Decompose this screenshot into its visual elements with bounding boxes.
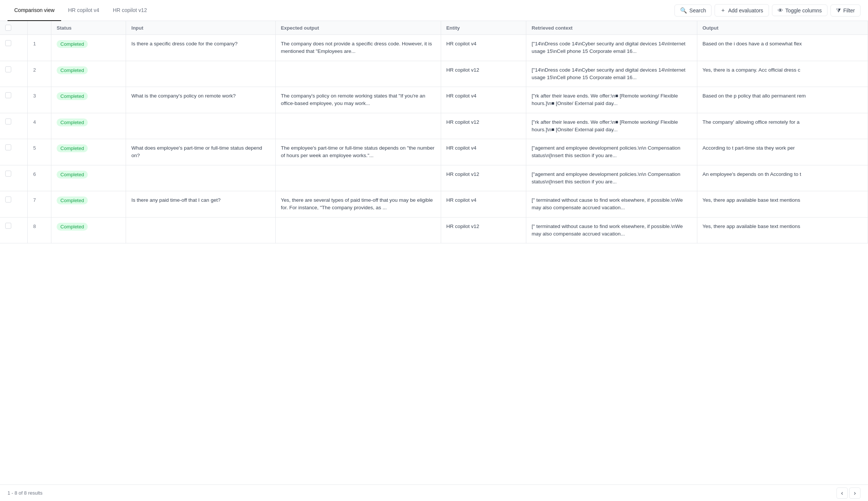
entity-text: HR copilot v12	[446, 66, 521, 74]
row-checkbox[interactable]	[5, 171, 11, 177]
status-badge: Completed	[57, 40, 88, 48]
results-count: 1 - 8 of 8 results	[8, 490, 42, 496]
retrieved-text: [" terminated without cause to find work…	[532, 196, 691, 212]
table-row[interactable]: 4CompletedHR copilot v12["rk after their…	[0, 113, 868, 139]
row-expected-cell: The company's policy on remote working s…	[275, 87, 441, 113]
row-retrieved-cell: ["agement and employee development polic…	[526, 139, 697, 165]
filter-button[interactable]: ⧩ Filter	[830, 4, 860, 16]
table-row[interactable]: 6CompletedHR copilot v12["agement and em…	[0, 165, 868, 191]
row-number: 3	[28, 87, 51, 113]
row-output-cell: An employee's depends on th According to…	[697, 165, 868, 191]
entity-text: HR copilot v4	[446, 196, 521, 204]
row-checkbox[interactable]	[5, 144, 11, 150]
row-checkbox[interactable]	[5, 40, 11, 46]
output-text: An employee's depends on th According to…	[703, 171, 862, 178]
expected-text: The company's policy on remote working s…	[281, 92, 436, 108]
row-input-cell	[126, 217, 275, 243]
row-checkbox[interactable]	[5, 118, 11, 124]
expected-text: The employee's part-time or full-time st…	[281, 144, 436, 160]
output-text: Based on the p policy that allo permanen…	[703, 92, 862, 100]
footer: 1 - 8 of 8 results ‹ ›	[0, 484, 868, 501]
header-num-col	[28, 21, 51, 35]
retrieved-text: ["rk after their leave ends. We offer:\n…	[532, 118, 691, 134]
row-checkbox[interactable]	[5, 66, 11, 72]
input-text: Is there any paid time-off that I can ge…	[131, 196, 270, 204]
row-output-cell: According to t part-time sta they work p…	[697, 139, 868, 165]
row-retrieved-cell: ["14\nDress code 14\nCyber security and …	[526, 35, 697, 61]
row-output-cell: Yes, there is a company. Acc official dr…	[697, 61, 868, 87]
tab-hr-copilot-v4[interactable]: HR copilot v4	[61, 0, 106, 21]
tab-hr-copilot-v12[interactable]: HR copilot v12	[106, 0, 154, 21]
prev-page-button[interactable]: ‹	[836, 488, 848, 499]
header-input-col: Input	[126, 21, 275, 35]
header-status-col: Status	[51, 21, 126, 35]
pagination-controls: ‹ ›	[836, 488, 860, 499]
input-text: What does employee's part-time or full-t…	[131, 144, 270, 160]
header-output-col: Output	[697, 21, 868, 35]
row-expected-cell	[275, 165, 441, 191]
row-number: 6	[28, 165, 51, 191]
row-entity-cell: HR copilot v12	[441, 61, 526, 87]
header-entity-col: Entity	[441, 21, 526, 35]
entity-text: HR copilot v4	[446, 92, 521, 100]
next-page-button[interactable]: ›	[849, 488, 860, 499]
status-badge: Completed	[57, 92, 88, 100]
row-retrieved-cell: ["rk after their leave ends. We offer:\n…	[526, 87, 697, 113]
columns-icon: 👁	[778, 7, 783, 14]
table-row[interactable]: 5CompletedWhat does employee's part-time…	[0, 139, 868, 165]
row-checkbox[interactable]	[5, 92, 11, 98]
row-output-cell: Yes, there app available base text menti…	[697, 191, 868, 218]
row-retrieved-cell: ["rk after their leave ends. We offer:\n…	[526, 113, 697, 139]
row-input-cell	[126, 113, 275, 139]
table-row[interactable]: 2CompletedHR copilot v12["14\nDress code…	[0, 61, 868, 87]
row-checkbox-cell	[0, 35, 28, 61]
output-text: Yes, there app available base text menti…	[703, 196, 862, 204]
row-entity-cell: HR copilot v4	[441, 35, 526, 61]
row-checkbox-cell	[0, 217, 28, 243]
entity-text: HR copilot v12	[446, 171, 521, 178]
row-output-cell: Based on the p policy that allo permanen…	[697, 87, 868, 113]
row-entity-cell: HR copilot v12	[441, 113, 526, 139]
entity-text: HR copilot v4	[446, 144, 521, 152]
add-evaluators-button[interactable]: ＋ Add evaluators	[715, 4, 769, 16]
status-badge: Completed	[57, 223, 88, 231]
entity-text: HR copilot v4	[446, 40, 521, 48]
status-badge: Completed	[57, 196, 88, 204]
row-number: 5	[28, 139, 51, 165]
row-entity-cell: HR copilot v12	[441, 165, 526, 191]
row-expected-cell: The company does not provide a specific …	[275, 35, 441, 61]
entity-text: HR copilot v12	[446, 118, 521, 126]
row-checkbox[interactable]	[5, 196, 11, 202]
toggle-columns-button[interactable]: 👁 Toggle columns	[772, 4, 827, 16]
row-input-cell: What does employee's part-time or full-t…	[126, 139, 275, 165]
row-checkbox-cell	[0, 113, 28, 139]
tab-comparison-view[interactable]: Comparison view	[8, 0, 61, 21]
retrieved-text: ["agement and employee development polic…	[532, 171, 691, 186]
row-number: 1	[28, 35, 51, 61]
search-icon: 🔍	[680, 7, 687, 14]
row-expected-cell	[275, 61, 441, 87]
row-checkbox[interactable]	[5, 223, 11, 229]
table-row[interactable]: 1CompletedIs there a specific dress code…	[0, 35, 868, 61]
row-retrieved-cell: ["14\nDress code 14\nCyber security and …	[526, 61, 697, 87]
entity-text: HR copilot v12	[446, 223, 521, 230]
table-row[interactable]: 8CompletedHR copilot v12[" terminated wi…	[0, 217, 868, 243]
row-output-cell: The company' allowing office remotely fo…	[697, 113, 868, 139]
row-retrieved-cell: [" terminated without cause to find work…	[526, 217, 697, 243]
retrieved-text: ["14\nDress code 14\nCyber security and …	[532, 40, 691, 56]
row-checkbox-cell	[0, 61, 28, 87]
row-input-cell: Is there a specific dress code for the c…	[126, 35, 275, 61]
table-row[interactable]: 7CompletedIs there any paid time-off tha…	[0, 191, 868, 218]
table-container: Status Input Expected output Entity Retr…	[0, 21, 868, 484]
row-entity-cell: HR copilot v4	[441, 139, 526, 165]
row-status-cell: Completed	[51, 165, 126, 191]
search-button[interactable]: 🔍 Search	[674, 4, 712, 16]
row-expected-cell	[275, 217, 441, 243]
select-all-checkbox[interactable]	[5, 25, 11, 31]
row-number: 2	[28, 61, 51, 87]
table-row[interactable]: 3CompletedWhat is the company's policy o…	[0, 87, 868, 113]
row-checkbox-cell	[0, 87, 28, 113]
status-badge: Completed	[57, 144, 88, 152]
row-number: 8	[28, 217, 51, 243]
top-bar: Comparison view HR copilot v4 HR copilot…	[0, 0, 868, 21]
